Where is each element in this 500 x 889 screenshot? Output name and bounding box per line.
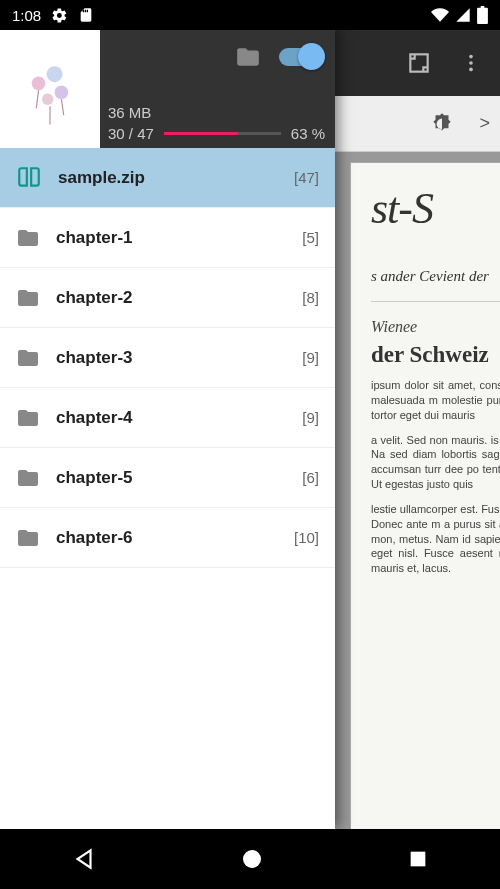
- svg-rect-0: [410, 54, 427, 71]
- svg-rect-9: [410, 852, 425, 867]
- svg-point-8: [243, 850, 261, 868]
- file-row[interactable]: chapter-4[9]: [0, 388, 335, 448]
- book-thumbnail[interactable]: [0, 30, 100, 148]
- folder-icon: [16, 526, 40, 550]
- file-row[interactable]: chapter-5[6]: [0, 448, 335, 508]
- svg-point-3: [469, 68, 473, 72]
- toggle-switch[interactable]: [279, 48, 321, 66]
- progress-bar: [164, 132, 281, 135]
- file-list[interactable]: sample.zip[47]chapter-1[5]chapter-2[8]ch…: [0, 148, 335, 829]
- status-time: 1:08: [12, 7, 41, 24]
- file-name: chapter-1: [56, 228, 133, 248]
- file-count: [5]: [302, 229, 319, 246]
- folder-icon: [16, 286, 40, 310]
- doc-subhead: s ander Cevient der: [371, 268, 500, 285]
- doc-para: ipsum dolor sit amet, conse ing elit. Pe…: [371, 378, 500, 423]
- doc-author: B. Everet: [371, 240, 500, 260]
- book-icon: [16, 165, 42, 191]
- file-name: chapter-4: [56, 408, 133, 428]
- progress-text: 30 / 47: [108, 125, 154, 142]
- brightness-icon[interactable]: [429, 111, 455, 137]
- chevron-right[interactable]: >: [479, 113, 490, 134]
- gear-icon: [51, 7, 68, 24]
- svg-point-7: [42, 94, 53, 105]
- more-icon[interactable]: [460, 52, 482, 74]
- file-row[interactable]: chapter-1[5]: [0, 208, 335, 268]
- document-page: st-S B. Everet s ander Cevient der Wiene…: [350, 162, 500, 829]
- file-row[interactable]: chapter-6[10]: [0, 508, 335, 568]
- file-count: [9]: [302, 409, 319, 426]
- file-size: 36 MB: [108, 104, 325, 121]
- folder-icon: [16, 346, 40, 370]
- file-name: chapter-5: [56, 468, 133, 488]
- fullscreen-icon[interactable]: [406, 50, 432, 76]
- progress-percent: 63 %: [291, 125, 325, 142]
- doc-title: st-S: [371, 183, 500, 234]
- wifi-icon: [431, 6, 449, 24]
- file-count: [9]: [302, 349, 319, 366]
- signal-icon: [455, 7, 471, 23]
- navigation-bar: [0, 829, 500, 889]
- drawer-header: 36 MB 30 / 47 63 %: [0, 30, 335, 148]
- file-row[interactable]: chapter-2[8]: [0, 268, 335, 328]
- navigation-drawer: 36 MB 30 / 47 63 % sample.zip[47]chapter…: [0, 30, 335, 829]
- file-row[interactable]: chapter-3[9]: [0, 328, 335, 388]
- sd-card-icon: [78, 7, 94, 23]
- recent-button[interactable]: [407, 848, 429, 870]
- doc-author2: Wienee: [371, 318, 500, 336]
- svg-point-4: [32, 76, 46, 90]
- doc-para: a velit. Sed non mauris. is nisl nisl, c…: [371, 433, 500, 492]
- folder-icon: [16, 466, 40, 490]
- status-bar: 1:08: [0, 0, 500, 30]
- file-name: chapter-3: [56, 348, 133, 368]
- home-button[interactable]: [240, 847, 264, 871]
- file-row[interactable]: sample.zip[47]: [0, 148, 335, 208]
- file-count: [8]: [302, 289, 319, 306]
- folder-icon: [16, 406, 40, 430]
- folder-icon[interactable]: [235, 44, 261, 70]
- battery-icon: [477, 6, 488, 24]
- file-name: sample.zip: [58, 168, 145, 188]
- file-name: chapter-2: [56, 288, 133, 308]
- file-count: [6]: [302, 469, 319, 486]
- folder-icon: [16, 226, 40, 250]
- doc-para: lestie ullamcorper est. Fusce ingilla ri…: [371, 502, 500, 576]
- svg-point-1: [469, 55, 473, 59]
- back-button[interactable]: [71, 846, 97, 872]
- file-count: [10]: [294, 529, 319, 546]
- svg-point-2: [469, 61, 473, 65]
- doc-title2: der Schweiz: [371, 342, 500, 368]
- file-count: [47]: [294, 169, 319, 186]
- svg-point-6: [55, 86, 69, 100]
- svg-point-5: [47, 66, 63, 82]
- file-name: chapter-6: [56, 528, 133, 548]
